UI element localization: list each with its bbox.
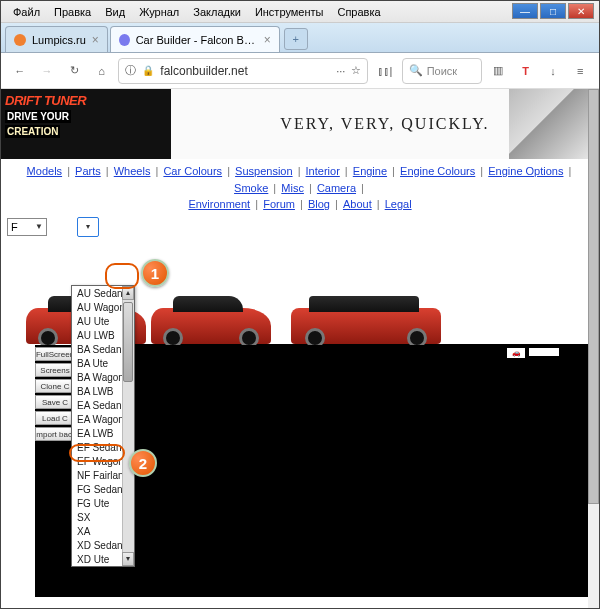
banner-slogan-area: VERY, VERY, QUICKLY. xyxy=(171,89,599,159)
highlight-ring-1 xyxy=(105,263,139,289)
chevron-down-icon: ▾ xyxy=(86,222,90,231)
brand-dropdown[interactable]: F ▼ xyxy=(7,218,47,236)
nav-links: Models | Parts | Wheels | Car Colours | … xyxy=(1,159,599,215)
nav-link[interactable]: Suspension xyxy=(235,165,293,177)
scroll-down-button[interactable]: ▾ xyxy=(122,552,134,566)
side-button[interactable]: Load C xyxy=(35,411,75,425)
side-button[interactable]: Clone C xyxy=(35,379,75,393)
page-scrollbar[interactable] xyxy=(588,89,599,608)
forward-button[interactable]: → xyxy=(36,58,57,84)
translate-button[interactable]: T xyxy=(515,58,536,84)
close-tab-icon[interactable]: × xyxy=(264,33,271,47)
bookmark-star-icon[interactable]: ☆ xyxy=(351,64,361,77)
side-button[interactable]: Save C xyxy=(35,395,75,409)
nav-link[interactable]: Environment xyxy=(188,198,250,210)
side-button[interactable]: Import back xyxy=(35,427,75,441)
menu-bookmarks[interactable]: Закладки xyxy=(187,4,247,20)
model-dropdown[interactable]: ▾ xyxy=(77,217,99,237)
banner-logo[interactable]: DRIFT TUNER DRIVE YOUR CREATION xyxy=(1,89,171,159)
nav-link[interactable]: About xyxy=(343,198,372,210)
banner-slogan: VERY, VERY, QUICKLY. xyxy=(280,115,489,133)
callout-1: 1 xyxy=(141,259,169,287)
tab-carbuilder[interactable]: Car Builder - Falcon Builder × xyxy=(110,26,280,52)
search-icon: 🔍 xyxy=(409,64,423,77)
indicator-1: 🚗 xyxy=(507,348,525,358)
url-bar[interactable]: ⓘ 🔒 ··· ☆ xyxy=(118,58,368,84)
browser-toolbar: ← → ↻ ⌂ ⓘ 🔒 ··· ☆ ⫿⫿| 🔍 Поиск ▥ T ↓ ≡ xyxy=(1,53,599,89)
car-preview-2 xyxy=(151,308,271,344)
menu-help[interactable]: Справка xyxy=(331,4,386,20)
menu-view[interactable]: Вид xyxy=(99,4,131,20)
nav-link[interactable]: Camera xyxy=(317,182,356,194)
maximize-button[interactable]: □ xyxy=(540,3,566,19)
controls-row: F ▼ ▾ xyxy=(1,215,599,239)
nav-link[interactable]: Parts xyxy=(75,165,101,177)
favicon-icon xyxy=(119,34,130,46)
banner-title: DRIFT TUNER xyxy=(5,93,167,108)
menu-history[interactable]: Журнал xyxy=(133,4,185,20)
model-dropdown-list[interactable]: AU SedanAU WagonAU UteAU LWBBA SedanBA U… xyxy=(71,285,135,567)
tab-label: Car Builder - Falcon Builder xyxy=(136,34,258,46)
banner-subtitle-1: DRIVE YOUR xyxy=(5,110,71,123)
nav-link[interactable]: Engine Options xyxy=(488,165,563,177)
reload-button[interactable]: ↻ xyxy=(64,58,85,84)
nav-link[interactable]: Engine Colours xyxy=(400,165,475,177)
header-banner: DRIFT TUNER DRIVE YOUR CREATION VERY, VE… xyxy=(1,89,599,159)
download-button[interactable]: ↓ xyxy=(542,58,563,84)
tab-lumpics[interactable]: Lumpics.ru × xyxy=(5,26,108,52)
nav-link[interactable]: Misc xyxy=(281,182,304,194)
side-buttons: FullScreenScreensClone CSave CLoad CImpo… xyxy=(35,347,75,441)
favicon-icon xyxy=(14,34,26,46)
nav-link[interactable]: Models xyxy=(27,165,62,177)
brand-dropdown-value: F xyxy=(11,221,18,233)
page-scrollbar-thumb[interactable] xyxy=(588,89,599,504)
reader-view-button[interactable]: ▥ xyxy=(488,58,509,84)
url-input[interactable] xyxy=(160,64,330,78)
scrollbar-thumb[interactable] xyxy=(123,302,133,382)
tab-label: Lumpics.ru xyxy=(32,34,86,46)
hamburger-menu-button[interactable]: ≡ xyxy=(570,58,591,84)
home-button[interactable]: ⌂ xyxy=(91,58,112,84)
back-button[interactable]: ← xyxy=(9,58,30,84)
search-bar[interactable]: 🔍 Поиск xyxy=(402,58,482,84)
side-button[interactable]: FullScreen xyxy=(35,347,75,361)
tab-bar: Lumpics.ru × Car Builder - Falcon Builde… xyxy=(1,23,599,53)
more-icon[interactable]: ··· xyxy=(336,65,345,77)
menu-bar: Файл Правка Вид Журнал Закладки Инструме… xyxy=(1,1,599,23)
callout-2: 2 xyxy=(129,449,157,477)
banner-subtitle-2: CREATION xyxy=(5,125,60,138)
new-tab-button[interactable]: + xyxy=(284,28,308,50)
page-content: DRIFT TUNER DRIVE YOUR CREATION VERY, VE… xyxy=(1,89,599,608)
nav-link[interactable]: Forum xyxy=(263,198,295,210)
window-controls: — □ ✕ xyxy=(512,3,594,19)
minimize-button[interactable]: — xyxy=(512,3,538,19)
highlight-ring-2 xyxy=(69,444,125,462)
library-button[interactable]: ⫿⫿| xyxy=(374,58,395,84)
lock-icon: 🔒 xyxy=(142,65,154,76)
chevron-down-icon: ▼ xyxy=(35,222,43,231)
banner-photo xyxy=(509,89,599,159)
nav-link[interactable]: Legal xyxy=(385,198,412,210)
menu-file[interactable]: Файл xyxy=(7,4,46,20)
indicator-2 xyxy=(529,348,559,356)
mini-indicator: 🚗 xyxy=(507,348,559,358)
scrollbar-track[interactable]: ▴ ▾ xyxy=(122,286,134,566)
car-preview-3 xyxy=(291,308,441,344)
site-info-icon[interactable]: ⓘ xyxy=(125,63,136,78)
menu-edit[interactable]: Правка xyxy=(48,4,97,20)
nav-link[interactable]: Car Colours xyxy=(163,165,222,177)
close-button[interactable]: ✕ xyxy=(568,3,594,19)
car-preview-row xyxy=(71,285,588,345)
nav-link[interactable]: Engine xyxy=(353,165,387,177)
close-tab-icon[interactable]: × xyxy=(92,33,99,47)
nav-link[interactable]: Smoke xyxy=(234,182,268,194)
nav-link[interactable]: Interior xyxy=(306,165,340,177)
nav-link[interactable]: Blog xyxy=(308,198,330,210)
nav-link[interactable]: Wheels xyxy=(114,165,151,177)
side-button[interactable]: Screens xyxy=(35,363,75,377)
menu-tools[interactable]: Инструменты xyxy=(249,4,330,20)
search-placeholder: Поиск xyxy=(427,65,457,77)
